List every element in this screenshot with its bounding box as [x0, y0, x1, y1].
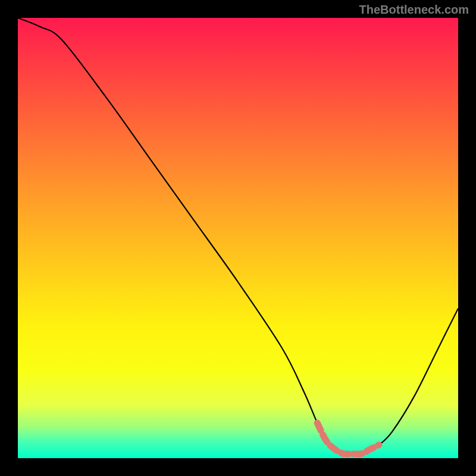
- bottleneck-chart: [18, 18, 458, 458]
- highlight-band-line: [317, 423, 379, 454]
- watermark-text: TheBottleneck.com: [359, 3, 469, 17]
- bottleneck-curve-line: [18, 18, 458, 454]
